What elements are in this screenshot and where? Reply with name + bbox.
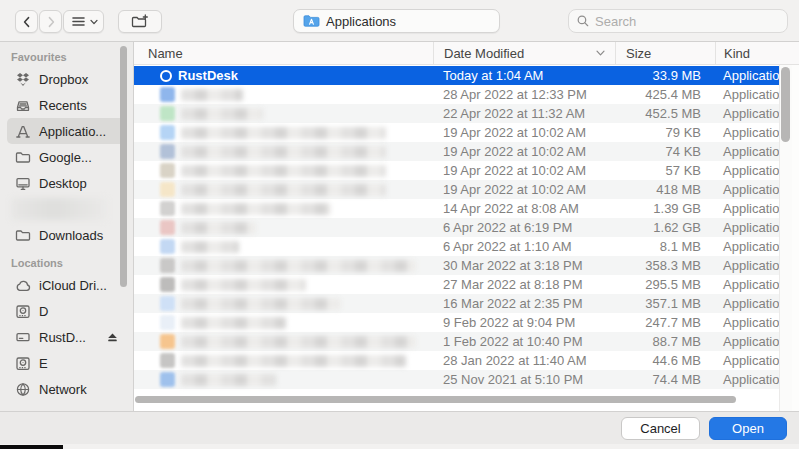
search-field[interactable]	[568, 9, 788, 33]
file-name-cell	[134, 182, 433, 197]
table-row[interactable]: 6 Apr 2022 at 1:10 AM8.1 MBApplication	[134, 237, 799, 256]
table-row[interactable]: 6 Apr 2022 at 6:19 PM1.62 GBApplication	[134, 218, 799, 237]
file-name-redacted	[181, 241, 239, 253]
column-header-name[interactable]: Name	[134, 42, 433, 64]
table-row[interactable]: 16 Mar 2022 at 2:35 PM357.1 MBApplicatio…	[134, 294, 799, 313]
size-cell: 88.7 MB	[615, 334, 715, 349]
table-row-selected[interactable]: RustDeskToday at 1:04 AM33.9 MBApplicati…	[134, 66, 799, 85]
file-name-redacted	[181, 203, 331, 215]
table-row[interactable]: 25 Nov 2021 at 5:10 PM74.4 MBApplication	[134, 370, 799, 389]
eject-icon[interactable]	[103, 329, 121, 345]
sidebar-item-e[interactable]: E	[7, 350, 126, 376]
file-name-redacted	[181, 355, 406, 367]
applications-folder-icon	[302, 13, 320, 29]
file-name-cell	[134, 296, 433, 311]
right-edge-strip	[792, 65, 799, 411]
app-icon-redacted	[160, 258, 175, 273]
table-row[interactable]: 19 Apr 2022 at 10:02 AM418 MBApplication	[134, 180, 799, 199]
search-input[interactable]	[595, 14, 780, 29]
sidebar-item-recents[interactable]: Recents	[7, 92, 126, 118]
size-cell: 452.5 MB	[615, 106, 715, 121]
size-cell: 425.4 MB	[615, 87, 715, 102]
sidebar-item-label: Downloads	[39, 228, 103, 243]
sidebar-item-network[interactable]: Network	[7, 376, 126, 402]
size-cell: 33.9 MB	[615, 68, 715, 83]
file-name-cell: RustDesk	[134, 68, 433, 83]
sidebar-item-dropbox[interactable]: Dropbox	[7, 66, 126, 92]
toolbar: Applications	[0, 0, 799, 42]
table-row[interactable]: 1 Feb 2022 at 10:40 PM88.7 MBApplication	[134, 332, 799, 351]
app-icon-redacted	[160, 220, 175, 235]
file-name-cell	[134, 239, 433, 254]
sidebar-item-rustd[interactable]: RustD...	[7, 324, 126, 350]
recents-icon	[14, 97, 32, 113]
sidebar-item-label: D	[39, 304, 48, 319]
table-row[interactable]: 9 Feb 2022 at 9:04 PM247.7 MBApplication	[134, 313, 799, 332]
open-button[interactable]: Open	[709, 417, 787, 440]
sidebar-item-label: Desktop	[39, 176, 87, 191]
app-icon-redacted	[160, 163, 175, 178]
file-name-redacted	[181, 89, 243, 101]
table-row[interactable]: 28 Jan 2022 at 11:40 AM44.6 MBApplicatio…	[134, 351, 799, 370]
size-cell: 79 KB	[615, 125, 715, 140]
new-folder-icon	[131, 14, 149, 30]
file-name-cell	[134, 125, 433, 140]
sidebar-section-label: Favourites	[11, 51, 133, 63]
sidebar-item-google[interactable]: Google...	[7, 144, 126, 170]
size-cell: 295.5 MB	[615, 277, 715, 292]
sidebar-scrollbar[interactable]	[120, 46, 127, 287]
folder-icon	[14, 149, 32, 165]
sidebar-item-redacted[interactable]	[11, 198, 107, 220]
sidebar-item-applicatio[interactable]: Applicatio...	[7, 118, 126, 144]
sidebar-item-desktop[interactable]: Desktop	[7, 170, 126, 196]
table-row[interactable]: 19 Apr 2022 at 10:02 AM57 KBApplication	[134, 161, 799, 180]
column-header-size[interactable]: Size	[615, 42, 715, 64]
date-modified-cell: 1 Feb 2022 at 10:40 PM	[433, 334, 615, 349]
sidebar-item-d[interactable]: D	[7, 298, 126, 324]
new-folder-button[interactable]	[118, 10, 162, 33]
file-name-redacted	[181, 165, 386, 177]
size-cell: 358.3 MB	[615, 258, 715, 273]
horizontal-scrollbar-thumb[interactable]	[135, 396, 736, 403]
date-modified-cell: 28 Jan 2022 at 11:40 AM	[433, 353, 615, 368]
sidebar-item-label: Applicatio...	[39, 124, 106, 139]
file-name-redacted	[181, 127, 386, 139]
file-name-cell	[134, 106, 433, 121]
column-header-date-modified[interactable]: Date Modified	[433, 42, 615, 64]
table-row[interactable]: 28 Apr 2022 at 12:33 PM425.4 MBApplicati…	[134, 85, 799, 104]
table-row[interactable]: 14 Apr 2022 at 8:08 AM1.39 GBApplication	[134, 199, 799, 218]
file-name-cell	[134, 201, 433, 216]
app-icon-redacted	[160, 277, 175, 292]
file-name-redacted	[181, 317, 286, 329]
sidebar-item-label: E	[39, 356, 48, 371]
table-row[interactable]: 19 Apr 2022 at 10:02 AM74 KBApplication	[134, 142, 799, 161]
table-row[interactable]: 19 Apr 2022 at 10:02 AM79 KBApplication	[134, 123, 799, 142]
column-header-date-label: Date Modified	[444, 46, 524, 61]
date-modified-cell: Today at 1:04 AM	[433, 68, 615, 83]
sidebar-item-icloud-dri[interactable]: iCloud Dri...	[7, 272, 126, 298]
file-list-panel: Name Date Modified Size Kind RustDeskTod…	[134, 42, 799, 411]
location-dropdown[interactable]: Applications	[293, 9, 500, 33]
table-row[interactable]: 22 Apr 2022 at 11:32 AM452.5 MBApplicati…	[134, 104, 799, 123]
vertical-scrollbar-thumb[interactable]	[781, 67, 790, 142]
back-button[interactable]	[15, 10, 38, 33]
table-row[interactable]: 30 Mar 2022 at 3:18 PM358.3 MBApplicatio…	[134, 256, 799, 275]
date-modified-cell: 28 Apr 2022 at 12:33 PM	[433, 87, 615, 102]
date-modified-cell: 16 Mar 2022 at 2:35 PM	[433, 296, 615, 311]
app-icon-redacted	[160, 353, 175, 368]
forward-button[interactable]	[39, 10, 62, 33]
table-row[interactable]: 27 Mar 2022 at 8:18 PM295.5 MBApplicatio…	[134, 275, 799, 294]
file-name-cell	[134, 220, 433, 235]
date-modified-cell: 25 Nov 2021 at 5:10 PM	[433, 372, 615, 387]
file-name-redacted	[181, 336, 416, 348]
dropbox-icon	[14, 71, 32, 87]
size-cell: 8.1 MB	[615, 239, 715, 254]
view-options-button[interactable]	[63, 10, 104, 33]
drive-icon	[14, 303, 32, 319]
sidebar-item-downloads[interactable]: Downloads	[7, 222, 126, 248]
size-cell: 74 KB	[615, 144, 715, 159]
column-header-kind[interactable]: Kind	[715, 42, 799, 64]
cancel-button[interactable]: Cancel	[621, 417, 700, 440]
size-cell: 44.6 MB	[615, 353, 715, 368]
app-icon-redacted	[160, 125, 175, 140]
